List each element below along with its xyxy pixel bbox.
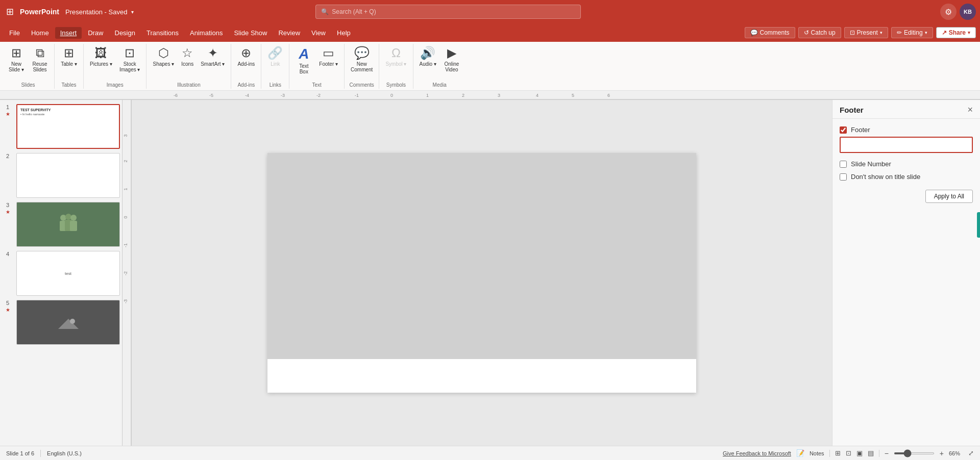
ribbon-smartart[interactable]: ✦ SmartArt ▾ <box>198 44 228 69</box>
ribbon-group-tables-label: Tables <box>58 82 80 89</box>
fit-slide-icon[interactable]: ⤢ <box>968 449 974 457</box>
ribbon-group-text-label: Text <box>292 82 341 89</box>
apply-to-all-button[interactable]: Apply to All <box>925 190 973 203</box>
notes-icon[interactable]: 📝 <box>796 449 804 457</box>
notes-label[interactable]: Notes <box>810 450 824 456</box>
present-icon: ⊡ <box>850 29 855 36</box>
editing-button[interactable]: ✏ Editing ▾ <box>891 27 933 38</box>
ribbon-table[interactable]: ⊞ Table ▾ <box>58 44 80 69</box>
link-icon: 🔗 <box>267 46 283 60</box>
ribbon-reuse-slides[interactable]: ⧉ ReuseSlides <box>29 44 51 74</box>
svg-text:0: 0 <box>390 93 393 98</box>
ribbon-group-comments: 💬 NewComment Comments <box>345 44 379 89</box>
canvas-area[interactable] <box>132 100 832 446</box>
zoom-in-btn[interactable]: + <box>940 449 944 457</box>
slide-number-checkbox[interactable] <box>840 161 847 168</box>
ribbon-online-video[interactable]: ▶ OnlineVideo <box>440 44 463 74</box>
catchup-icon: ↺ <box>804 29 809 36</box>
menu-design[interactable]: Design <box>110 27 140 39</box>
share-button[interactable]: ↗ Share ▾ <box>936 27 976 38</box>
zoom-slider[interactable] <box>894 452 935 454</box>
slide-thumb-1[interactable]: TEST SUPERVITY • hi hello namaste <box>16 104 120 149</box>
slidesorter-icon[interactable]: ⊡ <box>846 449 851 457</box>
ruler-svg: -6 -5 -4 -3 -2 -1 0 1 2 3 4 5 6 <box>0 91 980 100</box>
present-chevron: ▾ <box>880 30 883 35</box>
menu-slideshow[interactable]: Slide Show <box>229 27 272 39</box>
teal-accent-bar <box>977 212 980 238</box>
ribbon: ⊞ NewSlide ▾ ⧉ ReuseSlides Slides ⊞ Tabl… <box>0 42 980 91</box>
ribbon-shapes[interactable]: ⬡ Shapes ▾ <box>150 44 177 69</box>
menu-view[interactable]: View <box>306 27 331 39</box>
footer-check-label: Footer <box>851 126 870 134</box>
feedback-label[interactable]: Give Feedback to Microsoft <box>723 450 791 456</box>
ribbon-textbox[interactable]: A TextBox <box>292 44 315 76</box>
grid-icon[interactable]: ⊞ <box>4 4 16 19</box>
svg-text:-6: -6 <box>174 93 178 98</box>
language-status: English (U.S.) <box>47 450 82 456</box>
slide-thumb-3[interactable] <box>16 202 120 247</box>
presenter-view-icon[interactable]: ▤ <box>868 449 874 457</box>
slide-item-1[interactable]: 1 ★ TEST SUPERVITY • hi hello namaste <box>2 104 120 149</box>
slide-num-area-3: 3 ★ <box>2 202 13 215</box>
present-button[interactable]: ⊡ Present ▾ <box>844 27 888 38</box>
ribbon-pictures[interactable]: 🖼 Pictures ▾ <box>87 44 115 69</box>
slide-item-3[interactable]: 3 ★ <box>2 202 120 247</box>
search-input[interactable] <box>332 8 575 15</box>
slide-number-3: 3 <box>6 202 9 208</box>
slide-item-5[interactable]: 5 ★ <box>2 300 120 345</box>
doc-title-chevron[interactable]: ▾ <box>131 9 134 15</box>
textbox-icon: A <box>299 46 309 62</box>
doc-title: Presentation - Saved <box>65 8 127 16</box>
ribbon-new-slide[interactable]: ⊞ NewSlide ▾ <box>5 44 28 74</box>
slide-thumb-2[interactable] <box>16 153 120 198</box>
ribbon-icons[interactable]: ☆ Icons <box>178 44 197 69</box>
ribbon-symbol[interactable]: Ω Symbol ▾ <box>382 44 409 69</box>
ribbon-group-addins: ⊕ Add-ins Add-ins <box>231 44 261 89</box>
footer-check-row: Footer <box>840 126 973 134</box>
slide-thumb-4[interactable]: test <box>16 251 120 296</box>
menu-animations[interactable]: Animations <box>185 27 228 39</box>
addins-icon: ⊕ <box>241 46 251 60</box>
ribbon-group-links: 🔗 Link Links <box>261 44 289 89</box>
user-avatar[interactable]: KB <box>960 4 976 20</box>
ribbon-addins[interactable]: ⊕ Add-ins <box>234 44 258 69</box>
footer-checkbox[interactable] <box>840 126 847 134</box>
footer-text-input[interactable] <box>840 137 973 153</box>
comments-button[interactable]: 💬 Comments <box>745 27 795 38</box>
menu-insert[interactable]: Insert <box>55 27 82 39</box>
menu-draw[interactable]: Draw <box>83 27 108 39</box>
ribbon-new-comment[interactable]: 💬 NewComment <box>348 44 376 74</box>
status-bar: Slide 1 of 6 English (U.S.) Give Feedbac… <box>0 446 980 460</box>
ribbon-group-symbols: Ω Symbol ▾ Symbols <box>379 44 413 89</box>
svg-text:1: 1 <box>426 93 429 98</box>
normal-view-icon[interactable]: ⊞ <box>835 449 841 457</box>
menu-home[interactable]: Home <box>26 27 54 39</box>
slide-panel[interactable]: 1 ★ TEST SUPERVITY • hi hello namaste 2 … <box>0 100 122 446</box>
title-bar: ⊞ PowerPoint Presentation - Saved ▾ 🔍 ⚙ … <box>0 0 980 23</box>
slide-item-2[interactable]: 2 <box>2 153 120 198</box>
ribbon-audio[interactable]: 🔊 Audio ▾ <box>416 44 439 69</box>
reading-view-icon[interactable]: ▣ <box>856 449 863 457</box>
menu-transitions[interactable]: Transitions <box>141 27 184 39</box>
audio-icon: 🔊 <box>420 46 435 60</box>
menu-review[interactable]: Review <box>273 27 305 39</box>
horizontal-ruler: -6 -5 -4 -3 -2 -1 0 1 2 3 4 5 6 <box>0 91 980 100</box>
catchup-button[interactable]: ↺ Catch up <box>798 27 841 38</box>
shapes-icon: ⬡ <box>158 46 169 60</box>
search-bar[interactable]: 🔍 <box>315 5 581 19</box>
svg-text:0: 0 <box>123 216 128 218</box>
menu-file[interactable]: File <box>4 27 25 39</box>
footer-panel-close[interactable]: × <box>967 105 973 114</box>
ribbon-footer[interactable]: ▭ Footer ▾ <box>316 44 341 69</box>
ribbon-link[interactable]: 🔗 Link <box>264 44 286 69</box>
menu-help[interactable]: Help <box>332 27 356 39</box>
ribbon-stock-images[interactable]: ⊡ StockImages ▾ <box>116 44 143 74</box>
zoom-out-btn[interactable]: − <box>885 449 889 457</box>
dont-show-checkbox[interactable] <box>840 173 847 181</box>
settings-icon[interactable]: ⚙ <box>940 4 957 20</box>
new-slide-icon: ⊞ <box>11 46 21 60</box>
slide-test-label: test <box>65 271 71 276</box>
slide-item-4[interactable]: 4 test <box>2 251 120 296</box>
slide-thumb-5[interactable] <box>16 300 120 345</box>
search-icon: 🔍 <box>321 8 329 15</box>
